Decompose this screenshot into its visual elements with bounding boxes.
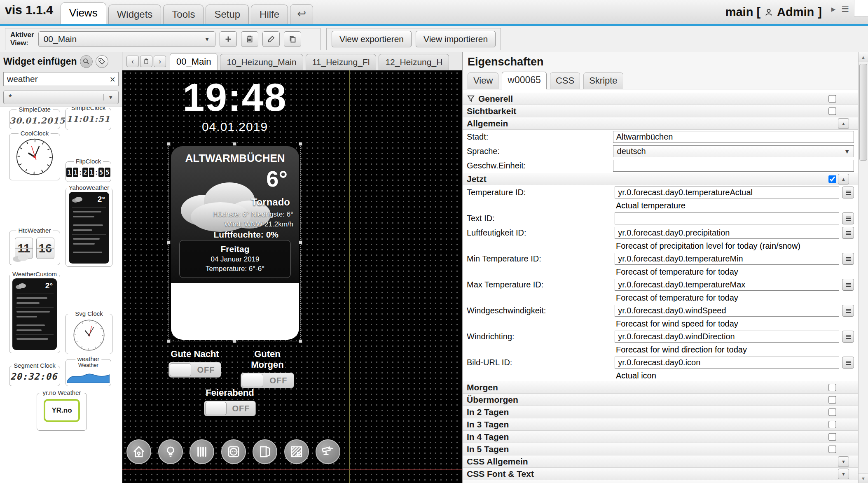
selected-widget-frame[interactable]: ALTWARMBÜCHEN 6° Tornado Höchste: 6° Nie…	[168, 144, 301, 341]
widget-card-segmentclock[interactable]: Segment Clock 20:32:06	[9, 366, 60, 386]
feierabend-switch[interactable]: OFF	[204, 401, 256, 416]
jetzt-checkbox[interactable]	[828, 175, 836, 183]
select-id-button[interactable]	[842, 357, 854, 369]
widget-card-svgclock[interactable]: Svg Clock	[66, 314, 112, 354]
luftfeutigkeit-id-input[interactable]	[615, 227, 839, 239]
menu-icon[interactable]: ☰	[841, 4, 849, 14]
select-id-button[interactable]	[842, 253, 854, 265]
widget-card-coolclock[interactable]: CoolClock	[9, 133, 60, 180]
stadt-input[interactable]	[613, 131, 854, 143]
rename-view-button[interactable]	[262, 31, 280, 47]
scrollbar-thumb[interactable]	[859, 64, 867, 161]
in-2-tagen-checkbox[interactable]	[828, 408, 836, 416]
view-tab-11-heizung-fl[interactable]: 11_Heizung_Fl	[306, 54, 377, 70]
widget-card-simpleclock[interactable]: SimpleClock 11:01:51	[66, 108, 111, 130]
temperature-id-input[interactable]	[615, 187, 839, 198]
sichtbarkeit-checkbox[interactable]	[828, 107, 836, 115]
copy-view-button[interactable]	[284, 31, 301, 47]
view-import-button[interactable]: View importieren	[416, 31, 496, 47]
next-view-button[interactable]: ›	[154, 56, 166, 67]
props-tab-view[interactable]: View	[468, 72, 498, 89]
sprache-select[interactable]: deutsch ▼	[613, 145, 854, 157]
collapse-jetzt-button[interactable]: ▲	[838, 174, 849, 184]
tag-filter-button[interactable]	[96, 55, 108, 68]
in-3-tagen-checkbox[interactable]	[828, 420, 836, 428]
resize-handle[interactable]	[167, 339, 171, 343]
select-id-button[interactable]	[842, 227, 854, 239]
windrichting-input[interactable]	[615, 331, 839, 343]
select-id-button[interactable]	[842, 187, 854, 198]
widget-card-weathercustom[interactable]: WeatherCustom 2°	[9, 274, 60, 353]
light-button[interactable]	[158, 439, 183, 464]
add-view-button[interactable]	[220, 31, 237, 47]
guten-morgen-switch[interactable]: OFF	[241, 373, 294, 388]
door-button[interactable]	[253, 439, 277, 464]
view-canvas[interactable]: 19:48 04.01.2019 ALTWARMBÜCHEN 6°	[122, 70, 462, 483]
expand-css-font-button[interactable]: ▼	[838, 469, 849, 479]
resize-handle[interactable]	[299, 240, 302, 244]
tab-views[interactable]: Views	[61, 2, 106, 24]
socket-button[interactable]	[221, 439, 246, 464]
undo-button[interactable]: ↩	[290, 4, 313, 24]
props-tab-css[interactable]: CSS	[550, 72, 580, 89]
tab-tools[interactable]: Tools	[163, 5, 204, 24]
heating-button[interactable]	[190, 439, 214, 464]
view-select[interactable]: 00_Main ▼	[38, 31, 215, 47]
in-5-tagen-checkbox[interactable]	[828, 445, 836, 453]
uebermorgen-checkbox[interactable]	[828, 396, 836, 404]
geschw-einheit-input[interactable]	[613, 160, 854, 172]
tab-hilfe[interactable]: Hilfe	[251, 5, 288, 24]
widget-card-simpledate[interactable]: SimpleDate 30.01.2015	[9, 110, 60, 129]
expand-css-allgemein-button[interactable]: ▼	[838, 456, 849, 467]
in-4-tagen-checkbox[interactable]	[828, 433, 836, 441]
widget-card-htcweather[interactable]: HtcWeather 11 16	[9, 231, 60, 265]
select-id-button[interactable]	[842, 212, 854, 224]
widget-card-flipclock[interactable]: FlipClock 11:21:55	[66, 161, 111, 182]
resize-handle[interactable]	[233, 142, 236, 146]
clock-widget[interactable]: 19:48 04.01.2019	[146, 77, 323, 134]
widget-card-yrno-weather[interactable]: yr.no Weather YR.no	[37, 393, 87, 431]
view-tab-12-heizung-h[interactable]: 12_Heizung_H	[379, 54, 449, 70]
widget-set-select[interactable]: * ▼	[3, 91, 119, 104]
camera-button[interactable]	[316, 439, 340, 464]
weather-widget[interactable]: ALTWARMBÜCHEN 6° Tornado Höchste: 6° Nie…	[171, 146, 299, 340]
shutter-button[interactable]: P	[284, 439, 309, 464]
max-temperature-id-input[interactable]	[615, 279, 839, 291]
min-temperature-id-input[interactable]	[615, 253, 839, 265]
select-id-button[interactable]	[842, 305, 854, 317]
resize-handle[interactable]	[167, 240, 171, 244]
paste-widget-button[interactable]	[140, 56, 152, 67]
view-export-button[interactable]: View exportieren	[332, 31, 412, 47]
play-icon[interactable]: ▸	[831, 4, 836, 14]
morgen-checkbox[interactable]	[828, 383, 836, 391]
generell-checkbox[interactable]	[828, 95, 836, 103]
widget-card-yahooweather[interactable]: YahooWeather 2°	[66, 188, 112, 267]
collapse-allgemein-button[interactable]: ▲	[838, 118, 849, 129]
search-toggle-button[interactable]	[80, 55, 93, 68]
widget-search-input[interactable]	[3, 72, 119, 86]
clear-search-icon[interactable]: ×	[110, 74, 115, 85]
prev-view-button[interactable]: ‹	[126, 56, 139, 67]
tab-widgets[interactable]: Widgets	[108, 5, 161, 24]
text-id-input[interactable]	[615, 212, 839, 224]
delete-view-button[interactable]	[241, 31, 258, 47]
resize-handle[interactable]	[233, 339, 236, 343]
windgeschwindigkeit-input[interactable]	[615, 305, 839, 317]
gute-nacht-switch[interactable]: OFF	[168, 362, 221, 378]
bild-url-id-input[interactable]	[615, 357, 839, 369]
resize-handle[interactable]	[167, 142, 171, 146]
widget-card-weather[interactable]: weather Weather	[66, 359, 111, 386]
view-tab-10-heizung-main[interactable]: 10_Heizung_Main	[220, 54, 303, 70]
scroll-down-button[interactable]: ▼	[859, 473, 868, 483]
properties-scrollbar[interactable]: ▲ ▼	[858, 52, 868, 483]
props-tab-widget[interactable]: w00065	[502, 72, 547, 89]
select-id-button[interactable]	[842, 279, 854, 291]
view-tab-00-main[interactable]: 00_Main	[170, 53, 218, 70]
select-id-button[interactable]	[842, 331, 854, 343]
resize-handle[interactable]	[299, 339, 302, 343]
scroll-up-button[interactable]: ▲	[859, 52, 868, 62]
props-tab-skripte[interactable]: Skripte	[583, 72, 623, 89]
tab-setup[interactable]: Setup	[206, 5, 249, 24]
house-button[interactable]	[126, 439, 151, 464]
resize-handle[interactable]	[299, 142, 302, 146]
